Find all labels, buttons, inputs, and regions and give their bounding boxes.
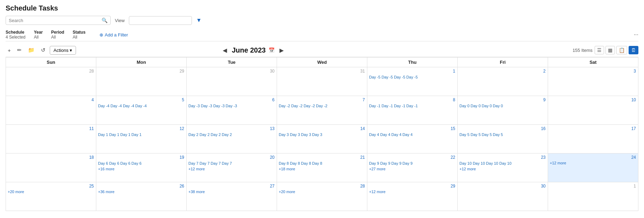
more-link[interactable]: +38 more xyxy=(187,189,276,194)
table-row[interactable]: 21Day 8 Day 8 Day 8 Day 8+18 more xyxy=(277,154,367,182)
actions-dropdown-button[interactable]: Actions ▾ xyxy=(50,46,76,55)
table-row[interactable]: 17 xyxy=(548,125,638,154)
table-row[interactable]: 2 xyxy=(458,67,548,96)
col-sun: Sun xyxy=(6,57,96,67)
table-row[interactable]: 28+20 more xyxy=(277,182,367,211)
table-row[interactable]: 15Day 4 Day 4 Day 4 Day 4 xyxy=(367,125,458,154)
table-row[interactable]: 4 xyxy=(6,96,96,125)
cell-content: Day 8 Day 8 Day 8 Day 8 xyxy=(278,161,366,166)
filter-status: Status All xyxy=(72,30,85,40)
table-row[interactable]: 22Day 9 Day 9 Day 9 Day 9+27 more xyxy=(367,154,458,182)
today-calendar-icon[interactable]: 📅 xyxy=(269,47,275,53)
more-link[interactable]: +27 more xyxy=(368,166,457,171)
view-icons: ☰ ▦ 📋 🗓 xyxy=(595,46,638,54)
cell-content: Day 9 Day 9 Day 9 Day 9 xyxy=(368,161,457,166)
view-select[interactable]: Month Week Day xyxy=(129,16,192,25)
edit-button[interactable]: ✏ xyxy=(15,46,24,55)
calendar-row: 45Day -4 Day -4 Day -4 Day -46Day -3 Day… xyxy=(6,96,638,125)
more-link[interactable]: +12 more xyxy=(549,161,637,165)
cell-date: 14 xyxy=(278,125,366,132)
more-link[interactable]: +20 more xyxy=(278,189,366,194)
col-tue: Tue xyxy=(187,57,277,67)
cell-content: Day 0 Day 0 Day 0 Day 0 xyxy=(458,103,547,109)
table-row[interactable]: 7Day -2 Day -2 Day -2 Day -2 xyxy=(277,96,367,125)
next-month-button[interactable]: ▶ xyxy=(277,46,286,54)
table-row[interactable]: 27+38 more xyxy=(187,182,277,211)
table-row[interactable]: 6Day -3 Day -3 Day -3 Day -3 xyxy=(187,96,277,125)
table-row[interactable]: 11 xyxy=(6,125,96,154)
schedule-value: 4 Selected xyxy=(6,35,26,40)
add-filter-button[interactable]: ⊕ Add a Filter xyxy=(99,32,128,38)
cell-date: 12 xyxy=(97,125,186,132)
table-row[interactable]: 31 xyxy=(277,67,367,96)
refresh-button[interactable]: ↺ xyxy=(39,46,48,55)
list-view-button[interactable]: ☰ xyxy=(595,46,604,54)
table-row[interactable]: 29 xyxy=(96,67,187,96)
items-count: 155 Items xyxy=(573,48,593,53)
table-row[interactable]: 14Day 3 Day 3 Day 3 Day 3 xyxy=(277,125,367,154)
more-link[interactable]: +12 more xyxy=(368,189,457,194)
add-button[interactable]: + xyxy=(6,46,13,55)
cell-date: 7 xyxy=(278,97,366,103)
cell-date: 27 xyxy=(187,183,276,189)
more-link[interactable]: +36 more xyxy=(97,189,186,194)
add-filter-label: Add a Filter xyxy=(105,32,128,38)
grid-view-button[interactable]: ▦ xyxy=(605,46,615,54)
table-row[interactable]: 12Day 1 Day 1 Day 1 Day 1 xyxy=(96,125,187,154)
year-label: Year xyxy=(34,30,43,35)
table-row[interactable]: 5Day -4 Day -4 Day -4 Day -4 xyxy=(96,96,187,125)
more-link[interactable]: +18 more xyxy=(278,166,366,171)
table-row[interactable]: 25+20 more xyxy=(6,182,96,211)
cell-content: Day -2 Day -2 Day -2 Day -2 xyxy=(278,103,366,109)
table-row[interactable]: 30 xyxy=(187,67,277,96)
calendar-row: 1819Day 6 Day 6 Day 6 Day 6+16 more20Day… xyxy=(6,154,638,182)
cell-date: 13 xyxy=(187,125,276,132)
filter-schedule: Schedule 4 Selected xyxy=(6,30,26,40)
cell-date: 4 xyxy=(7,97,95,103)
table-row[interactable]: 8Day -1 Day -1 Day -1 Day -1 xyxy=(367,96,458,125)
cell-date: 29 xyxy=(368,183,457,189)
more-link[interactable]: +16 more xyxy=(97,166,186,171)
filter-icon[interactable]: ▼ xyxy=(196,17,202,23)
cell-date: 10 xyxy=(549,97,637,103)
prev-month-button[interactable]: ◀ xyxy=(221,46,229,54)
schedule-label: Schedule xyxy=(6,30,26,35)
table-row[interactable]: 30 xyxy=(458,182,548,211)
more-link[interactable]: +12 more xyxy=(187,166,276,171)
search-icon: 🔍 xyxy=(102,18,108,23)
cell-date: 20 xyxy=(187,154,276,161)
table-row[interactable]: 9Day 0 Day 0 Day 0 Day 0 xyxy=(458,96,548,125)
cell-content: Day -1 Day -1 Day -1 Day -1 xyxy=(368,103,457,109)
calendar-view-button[interactable]: 🗓 xyxy=(629,46,638,54)
search-input[interactable] xyxy=(9,18,102,23)
col-fri: Fri xyxy=(458,57,548,67)
col-sat: Sat xyxy=(548,57,638,67)
folder-button[interactable]: 📁 xyxy=(26,46,37,55)
table-row[interactable]: 1Day -5 Day -5 Day -5 Day -5 xyxy=(367,67,458,96)
actions-label: Actions xyxy=(54,48,69,53)
table-row[interactable]: 23Day 10 Day 10 Day 10 Day 10+12 more xyxy=(458,154,548,182)
table-row[interactable]: 20Day 7 Day 7 Day 7 Day 7+12 more xyxy=(187,154,277,182)
cell-date: 23 xyxy=(458,154,547,161)
cell-date: 6 xyxy=(187,97,276,103)
cell-content: Day 3 Day 3 Day 3 Day 3 xyxy=(278,132,366,138)
filter-period: Period All xyxy=(51,30,64,40)
table-row[interactable]: 28 xyxy=(6,67,96,96)
table-row[interactable]: 18 xyxy=(6,154,96,182)
card-view-button[interactable]: 📋 xyxy=(616,46,627,54)
table-row[interactable]: 16Day 5 Day 5 Day 5 Day 5 xyxy=(458,125,548,154)
table-row[interactable]: 24+12 more xyxy=(548,154,638,182)
table-row[interactable]: 19Day 6 Day 6 Day 6 Day 6+16 more xyxy=(96,154,187,182)
cell-date: 21 xyxy=(278,154,366,161)
table-row[interactable]: 29+12 more xyxy=(367,182,458,211)
table-row[interactable]: 3 xyxy=(548,67,638,96)
more-link[interactable]: +20 more xyxy=(7,189,95,194)
table-row[interactable]: 10 xyxy=(548,96,638,125)
more-link[interactable]: +12 more xyxy=(458,166,547,171)
table-row[interactable]: 13Day 2 Day 2 Day 2 Day 2 xyxy=(187,125,277,154)
table-row[interactable]: 26+36 more xyxy=(96,182,187,211)
more-options-icon[interactable]: ··· xyxy=(634,32,638,38)
table-row[interactable]: 1 xyxy=(548,182,638,211)
cell-date: 3 xyxy=(549,68,637,74)
toolbar-row: 🔍 View Month Week Day ▼ xyxy=(6,16,638,25)
